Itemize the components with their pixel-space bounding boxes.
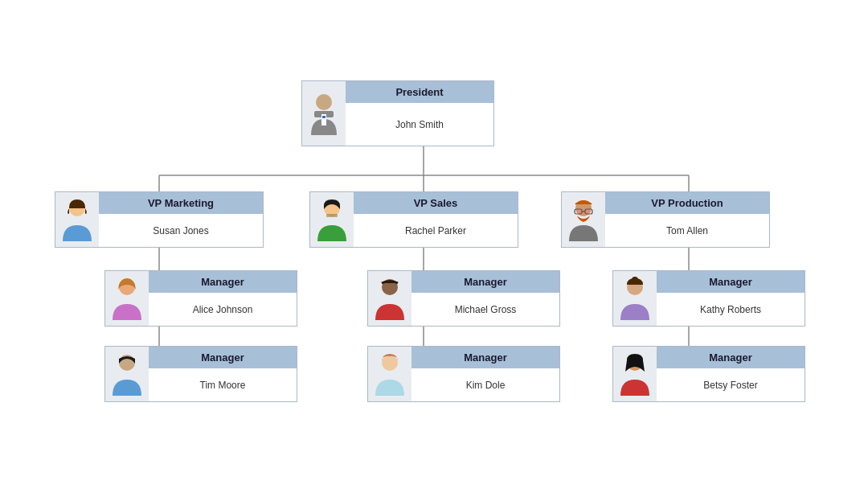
org-chart: President John Smith VP Marketing Susan … bbox=[0, 0, 868, 489]
avatar-president bbox=[302, 81, 346, 146]
svg-point-33 bbox=[382, 355, 398, 371]
node-mgr-tim: Manager Tim Moore bbox=[104, 346, 297, 402]
avatar-mgr-kathy bbox=[613, 271, 657, 326]
node-info-mgr-kim: Manager Kim Dole bbox=[411, 347, 559, 401]
node-name-mgr-michael: Michael Gross bbox=[411, 293, 559, 326]
avatar-mgr-tim bbox=[105, 347, 149, 401]
node-info-vp-marketing: VP Marketing Susan Jones bbox=[99, 192, 263, 247]
node-name-mgr-kathy: Kathy Roberts bbox=[657, 293, 805, 326]
node-title-mgr-betsy: Manager bbox=[657, 347, 805, 368]
node-name-vp-sales: Rachel Parker bbox=[354, 214, 518, 247]
node-mgr-michael: Manager Michael Gross bbox=[367, 270, 560, 327]
node-vp-production: VP Production Tom Allen bbox=[561, 191, 770, 248]
node-mgr-kathy: Manager Kathy Roberts bbox=[612, 270, 805, 327]
node-info-mgr-michael: Manager Michael Gross bbox=[411, 271, 559, 326]
node-title-vp-sales: VP Sales bbox=[354, 192, 518, 214]
node-info-mgr-tim: Manager Tim Moore bbox=[149, 347, 297, 401]
node-vp-sales: VP Sales Rachel Parker bbox=[309, 191, 518, 248]
node-mgr-kim: Manager Kim Dole bbox=[367, 346, 560, 402]
node-title-mgr-tim: Manager bbox=[149, 347, 297, 368]
node-title-mgr-alice: Manager bbox=[149, 271, 297, 293]
node-name-president: John Smith bbox=[346, 103, 493, 146]
avatar-mgr-alice bbox=[105, 271, 149, 326]
node-title-vp-marketing: VP Marketing bbox=[99, 192, 263, 214]
node-name-mgr-betsy: Betsy Foster bbox=[657, 368, 805, 401]
svg-rect-25 bbox=[326, 214, 338, 217]
node-vp-marketing: VP Marketing Susan Jones bbox=[55, 191, 264, 248]
node-info-mgr-kathy: Manager Kathy Roberts bbox=[657, 271, 805, 326]
node-info-vp-sales: VP Sales Rachel Parker bbox=[354, 192, 518, 247]
node-title-vp-production: VP Production bbox=[605, 192, 769, 214]
node-name-vp-production: Tom Allen bbox=[605, 214, 769, 247]
node-info-president: President John Smith bbox=[346, 81, 493, 146]
avatar-vp-marketing bbox=[55, 192, 99, 247]
avatar-mgr-kim bbox=[368, 347, 411, 401]
svg-rect-22 bbox=[322, 116, 326, 118]
avatar-vp-production bbox=[562, 192, 605, 247]
node-name-mgr-alice: Alice Johnson bbox=[149, 293, 297, 326]
node-title-mgr-michael: Manager bbox=[411, 271, 559, 293]
node-info-mgr-betsy: Manager Betsy Foster bbox=[657, 347, 805, 401]
node-name-mgr-kim: Kim Dole bbox=[411, 368, 559, 401]
node-mgr-betsy: Manager Betsy Foster bbox=[612, 346, 805, 402]
avatar-mgr-betsy bbox=[613, 347, 657, 401]
node-name-vp-marketing: Susan Jones bbox=[99, 214, 263, 247]
node-name-mgr-tim: Tim Moore bbox=[149, 368, 297, 401]
avatar-vp-sales bbox=[310, 192, 354, 247]
svg-point-19 bbox=[316, 94, 332, 110]
avatar-mgr-michael bbox=[368, 271, 411, 326]
svg-point-35 bbox=[632, 277, 638, 283]
node-title-mgr-kim: Manager bbox=[411, 347, 559, 368]
node-mgr-alice: Manager Alice Johnson bbox=[104, 270, 297, 327]
node-info-mgr-alice: Manager Alice Johnson bbox=[149, 271, 297, 326]
node-info-vp-production: VP Production Tom Allen bbox=[605, 192, 769, 247]
node-title-president: President bbox=[346, 81, 493, 103]
node-president: President John Smith bbox=[301, 80, 494, 146]
node-title-mgr-kathy: Manager bbox=[657, 271, 805, 293]
